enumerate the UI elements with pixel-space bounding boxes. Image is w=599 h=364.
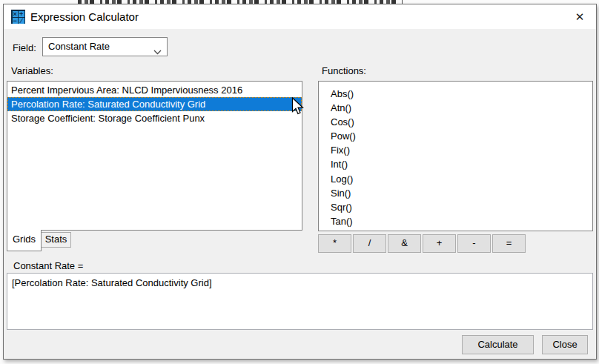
function-item-cos[interactable]: Cos() — [331, 115, 592, 129]
expression-input[interactable]: [Percolation Rate: Saturated Conductivit… — [7, 273, 593, 330]
window-titlebar[interactable]: × + − ∕ Expression Calculator ✕ — [4, 4, 596, 29]
function-item-int[interactable]: Int() — [331, 157, 592, 171]
expression-calculator-dialog: × + − ∕ Expression Calculator ✕ Field: C… — [3, 4, 597, 360]
calculator-icon: × + − ∕ — [11, 10, 25, 24]
variable-row-percolation-rate[interactable]: Percolation Rate: Saturated Conductivity… — [7, 97, 302, 111]
function-item-tan[interactable]: Tan() — [331, 214, 592, 228]
function-item-fix[interactable]: Fix() — [331, 143, 592, 157]
calculator-icon-divide: ∕ — [19, 18, 24, 24]
window-title: Expression Calculator — [30, 4, 139, 29]
close-icon: ✕ — [575, 10, 585, 24]
function-item-atn[interactable]: Atn() — [331, 101, 592, 115]
mouse-cursor-icon — [291, 97, 304, 119]
field-select-value: Constant Rate — [48, 38, 110, 56]
variable-row-storage-coefficient[interactable]: Storage Coefficient: Storage Coefficient… — [7, 111, 302, 125]
function-item-log[interactable]: Log() — [331, 172, 592, 186]
close-button[interactable]: Close — [542, 335, 588, 354]
operator-button-plus[interactable]: + — [423, 234, 456, 253]
function-item-sin[interactable]: Sin() — [331, 186, 592, 200]
variables-label: Variables: — [11, 65, 53, 76]
functions-listbox[interactable]: Abs() Atn() Cos() Pow() Fix() Int() Log(… — [318, 81, 593, 231]
field-select[interactable]: Constant Rate — [42, 37, 168, 56]
window-close-button[interactable]: ✕ — [570, 8, 589, 26]
tab-stats[interactable]: Stats — [41, 232, 71, 248]
operator-button-equals[interactable]: = — [492, 234, 526, 253]
calculator-icon-multiply: × — [13, 11, 19, 17]
tab-grids[interactable]: Grids — [7, 230, 42, 251]
operator-button-ampersand[interactable]: & — [388, 234, 421, 253]
function-item-sqr[interactable]: Sqr() — [331, 200, 592, 214]
variable-row-percent-impervious[interactable]: Percent Impervious Area: NLCD Impervious… — [7, 83, 302, 97]
function-item-abs[interactable]: Abs() — [331, 87, 592, 101]
operator-button-divide[interactable]: / — [353, 234, 386, 253]
calculator-icon-plus: + — [19, 11, 24, 17]
function-item-pow[interactable]: Pow() — [331, 129, 592, 143]
operator-button-multiply[interactable]: * — [318, 234, 351, 253]
calculate-button[interactable]: Calculate — [462, 335, 534, 354]
calculator-icon-minus: − — [13, 18, 19, 24]
chevron-down-icon — [153, 44, 162, 58]
field-label: Field: — [13, 42, 36, 53]
operator-button-minus[interactable]: - — [457, 234, 491, 253]
variables-listbox[interactable]: Percent Impervious Area: NLCD Impervious… — [7, 81, 302, 231]
expression-label: Constant Rate = — [13, 260, 83, 271]
functions-label: Functions: — [322, 65, 366, 76]
screen: × + − ∕ Expression Calculator ✕ Field: C… — [0, 0, 599, 364]
